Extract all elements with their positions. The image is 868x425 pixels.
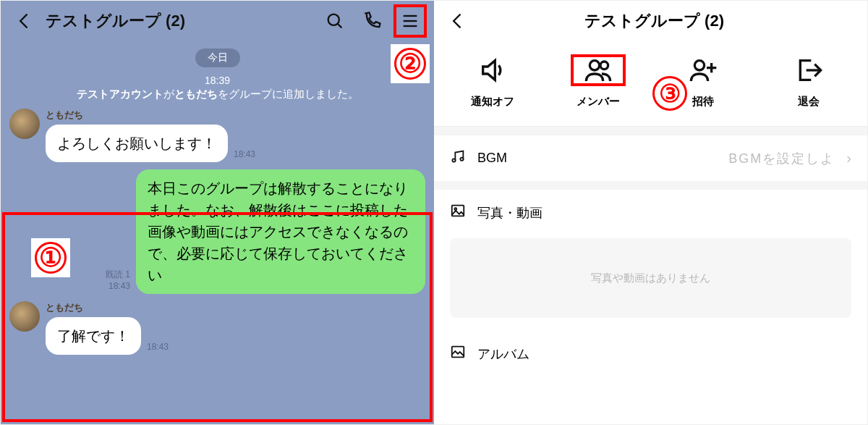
svg-point-6 [600, 62, 608, 70]
annotation-2: ② [391, 44, 430, 83]
chat-header: テストグループ (2) [1, 1, 434, 41]
chevron-right-icon: › [846, 150, 851, 167]
bgm-label: BGM [477, 151, 717, 166]
detail-title: テストグループ (2) [448, 10, 860, 32]
exit-icon [794, 54, 823, 86]
menu-icon[interactable] [393, 4, 427, 38]
speaker-icon [478, 54, 507, 86]
action-row: 通知オフ メンバー 招待 退会 ③ [434, 41, 867, 127]
avatar[interactable] [9, 301, 40, 332]
system-time: 18:39 [9, 75, 425, 86]
svg-point-10 [452, 159, 455, 161]
chat-screen: テストグループ (2) ② 今日 18:39 テストアカウントがともだちをグルー… [1, 1, 434, 424]
members-icon [571, 54, 626, 86]
svg-point-7 [695, 61, 705, 70]
media-row[interactable]: 写真・動画 [434, 190, 867, 235]
members-button[interactable]: メンバー [555, 54, 642, 109]
detail-header: テストグループ (2) [434, 1, 867, 41]
search-icon[interactable] [318, 4, 352, 38]
sender-name: ともだち [46, 109, 228, 122]
album-label: アルバム [477, 345, 851, 363]
back-button[interactable] [8, 4, 41, 38]
avatar[interactable] [9, 109, 40, 139]
message-bubble[interactable]: よろしくお願いします！ [46, 125, 228, 162]
svg-point-13 [454, 208, 456, 210]
message-bubble[interactable]: 本日このグループは解散することになりました。なお、解散後はここに投稿した画像や動… [136, 169, 425, 294]
album-icon [450, 344, 466, 363]
chat-title: テストグループ (2) [46, 10, 314, 32]
read-receipt: 既読 1 18:43 [106, 269, 130, 291]
photo-icon [450, 203, 466, 222]
bgm-value: BGMを設定しよ [728, 150, 835, 167]
message-row: ともだち よろしくお願いします！ 18:43 [9, 109, 425, 162]
system-message: 18:39 テストアカウントがともだちをグループに追加しました。 [9, 75, 425, 101]
section-divider [434, 181, 867, 190]
annotation-3: ③ [652, 76, 690, 114]
chat-body: 今日 18:39 テストアカウントがともだちをグループに追加しました。 ともだち… [1, 41, 434, 424]
svg-point-0 [328, 14, 339, 25]
annotation-1: ① [31, 238, 70, 277]
svg-point-11 [460, 158, 463, 161]
svg-point-5 [590, 61, 599, 70]
message-time: 18:43 [147, 342, 169, 352]
leave-button[interactable]: 退会 [765, 54, 852, 109]
sender-name: ともだち [46, 301, 141, 314]
bgm-row[interactable]: BGM BGMを設定しよ › [434, 135, 867, 181]
svg-line-1 [338, 24, 342, 28]
album-row[interactable]: アルバム [434, 331, 867, 368]
music-icon [450, 148, 466, 168]
message-row-mine: 既読 1 18:43 本日このグループは解散することになりました。なお、解散後は… [9, 169, 425, 294]
message-time: 18:43 [234, 149, 255, 159]
media-empty-state: 写真や動画はありません [450, 238, 851, 318]
call-icon[interactable] [356, 4, 389, 38]
svg-rect-12 [452, 206, 464, 216]
section-divider [434, 127, 867, 135]
message-bubble[interactable]: 了解です！ [46, 317, 141, 355]
invite-icon [689, 54, 718, 86]
message-row: ともだち 了解です！ 18:43 [9, 301, 425, 355]
media-label: 写真・動画 [477, 204, 851, 222]
group-detail-screen: テストグループ (2) 通知オフ メンバー 招待 退会 ③ [434, 1, 867, 424]
mute-button[interactable]: 通知オフ [449, 54, 536, 109]
date-pill: 今日 [195, 49, 240, 67]
